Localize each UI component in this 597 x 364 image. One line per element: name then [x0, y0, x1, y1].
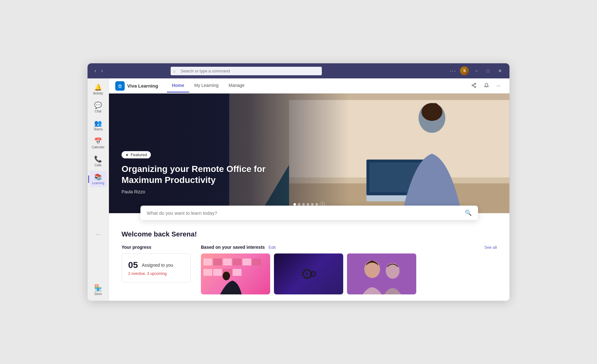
titlebar-more-button[interactable]: ··· [450, 68, 456, 74]
sidebar-label-teams: Teams [94, 128, 103, 131]
titlebar-search-container: ⌕ [171, 67, 322, 75]
sticky-note [203, 259, 212, 265]
titlebar-actions: ··· S − □ ✕ [450, 66, 504, 75]
search-overlay: 🔍 [140, 206, 478, 220]
main-content: Viva Learning Home My Learning Manage [109, 78, 509, 301]
star-icon: ★ [125, 153, 129, 157]
app-name: Viva Learning [127, 83, 158, 88]
interests-header: Based on your saved interests Edit See a… [201, 245, 497, 250]
titlebar-nav: ‹ › [93, 67, 105, 74]
forward-button[interactable]: › [99, 67, 105, 74]
sidebar-item-calendar[interactable]: 📅 Calender [89, 135, 107, 151]
see-all-link[interactable]: See all [484, 245, 497, 250]
titlebar: ‹ › ⌕ ··· S − □ ✕ [88, 63, 509, 78]
sidebar-label-activity: Activity [93, 92, 103, 95]
sections-row: Your progress 05 Assigned to you 2 overd… [122, 245, 497, 294]
progress-label: Your progress [122, 245, 191, 250]
course-card-2[interactable]: ⚙ ⚙ [274, 253, 343, 294]
app-nav: Home My Learning Manage [167, 79, 250, 93]
app-header: Viva Learning Home My Learning Manage [109, 78, 509, 94]
notifications-button[interactable] [481, 82, 492, 90]
hero-title: Organizing your Remote Office for Maximu… [122, 163, 273, 185]
course-cards: ⚙ ⚙ [201, 253, 497, 294]
app-body: 🔔 Activity 💬 Chat 👥 Teams 📅 Calender 📞 C… [88, 78, 509, 301]
progress-card[interactable]: 05 Assigned to you 2 overdue, 3 upcoming [122, 253, 191, 282]
svg-point-2 [472, 85, 473, 86]
store-icon: 🏪 [94, 284, 102, 292]
edit-interests-link[interactable]: Edit [269, 245, 276, 250]
sticky-note [252, 259, 261, 265]
content-area: ★ Featured Organizing your Remote Office… [109, 94, 509, 301]
carousel-dot-2[interactable] [298, 203, 300, 206]
svg-point-25 [364, 260, 380, 278]
user-avatar[interactable]: S [460, 66, 469, 75]
sidebar-label-store: Store [94, 292, 102, 296]
more-button[interactable]: ··· [494, 82, 503, 90]
sidebar-label-calendar: Calender [92, 145, 105, 149]
sidebar: 🔔 Activity 💬 Chat 👥 Teams 📅 Calender 📞 C… [88, 78, 109, 301]
svg-line-4 [473, 84, 474, 85]
learn-search-input[interactable] [147, 210, 461, 216]
progress-section: Your progress 05 Assigned to you 2 overd… [122, 245, 191, 282]
app-window: ‹ › ⌕ ··· S − □ ✕ 🔔 Activity 💬 Chat [88, 63, 509, 301]
welcome-section: Welcome back Serena! Your progress 05 As… [109, 220, 509, 301]
sticky-note [233, 259, 242, 265]
assigned-sub: 2 overdue, 3 upcoming [128, 271, 184, 276]
svg-line-5 [473, 85, 474, 86]
sidebar-label-calls: Calls [94, 163, 101, 167]
back-button[interactable]: ‹ [93, 67, 98, 74]
interests-label: Based on your saved interests [201, 245, 265, 250]
teams-icon: 👥 [94, 119, 102, 127]
sidebar-item-calls[interactable]: 📞 Calls [89, 153, 107, 169]
sticky-note [223, 259, 232, 265]
svg-point-1 [475, 83, 476, 84]
share-button[interactable] [469, 82, 479, 90]
sidebar-item-teams[interactable]: 👥 Teams [89, 117, 107, 134]
progress-row: 05 Assigned to you [128, 260, 184, 270]
featured-badge: ★ Featured [122, 151, 151, 158]
svg-point-3 [475, 86, 476, 88]
titlebar-search-icon: ⌕ [173, 69, 176, 73]
sidebar-item-chat[interactable]: 💬 Chat [89, 99, 107, 116]
assigned-label: Assigned to you [142, 263, 173, 268]
calendar-icon: 📅 [94, 137, 102, 145]
carousel-dot-6[interactable] [316, 203, 318, 206]
sidebar-label-chat: Chat [95, 110, 101, 113]
sidebar-label-learning: Learning [92, 181, 104, 185]
course-card-3[interactable] [347, 253, 416, 294]
sidebar-more-button[interactable]: ··· [93, 229, 103, 240]
gear-icon-2: ⚙ [309, 269, 317, 279]
search-icon: 🔍 [465, 209, 472, 216]
sticky-note [242, 259, 251, 265]
nav-item-home[interactable]: Home [167, 79, 189, 93]
maximize-button[interactable]: □ [484, 68, 492, 74]
close-button[interactable]: ✕ [496, 68, 504, 74]
course-card-1[interactable] [201, 253, 270, 294]
minimize-button[interactable]: − [473, 68, 480, 74]
carousel-dot-4[interactable] [307, 203, 309, 206]
carousel-dot-5[interactable] [311, 203, 314, 206]
hero-author: Paula Rizzo [122, 189, 273, 194]
hero-content: ★ Featured Organizing your Remote Office… [122, 151, 273, 194]
calls-icon: 📞 [94, 155, 102, 163]
featured-label: Featured [131, 152, 147, 157]
app-logo: Viva Learning [115, 81, 158, 91]
svg-point-23 [223, 272, 230, 280]
sidebar-item-learning[interactable]: 📚 Learning [89, 171, 107, 187]
nav-item-manage[interactable]: Manage [224, 79, 250, 93]
carousel-dot-3[interactable] [302, 203, 305, 206]
search-bar: 🔍 [140, 206, 478, 220]
carousel-dot-1[interactable] [293, 203, 296, 206]
assigned-count: 05 [128, 260, 138, 270]
hero-banner: ★ Featured Organizing your Remote Office… [109, 94, 509, 213]
sidebar-item-activity[interactable]: 🔔 Activity [89, 81, 107, 98]
sticky-note [213, 259, 222, 265]
nav-item-my-learning[interactable]: My Learning [189, 79, 224, 93]
chat-icon: 💬 [94, 101, 102, 109]
interests-section: Based on your saved interests Edit See a… [201, 245, 497, 294]
svg-rect-24 [347, 253, 416, 294]
bell-icon: 🔔 [94, 83, 102, 91]
titlebar-search-input[interactable] [171, 67, 322, 75]
sidebar-item-store[interactable]: 🏪 Store [89, 282, 107, 298]
welcome-title: Welcome back Serena! [122, 230, 497, 238]
